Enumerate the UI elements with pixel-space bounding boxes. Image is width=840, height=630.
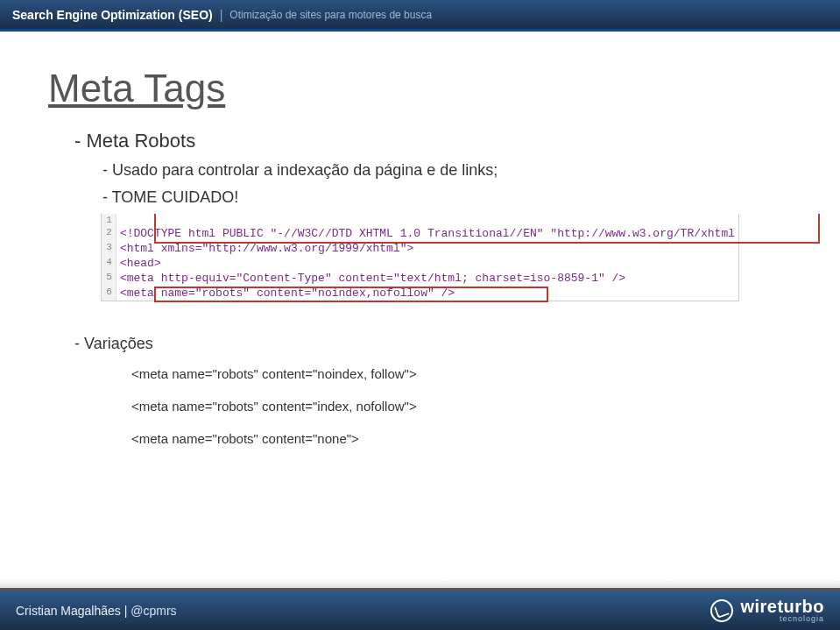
variation-line: <meta name="robots" content="index, nofo… [131,394,792,418]
footer-sep: | [121,604,131,618]
slide-title: Meta Tags [48,67,792,110]
line-number: 4 [102,256,116,271]
line-number: 1 [102,214,116,226]
code-line: <meta http-equiv="Content-Type" content=… [116,271,738,286]
code-snippet-wrap: 1 2<!DOCTYPE html PUBLIC "-//W3C//DTD XH… [101,214,739,301]
code-snippet: 1 2<!DOCTYPE html PUBLIC "-//W3C//DTD XH… [101,214,739,301]
footer-author: Cristian Magalhães | @cpmrs [16,604,177,618]
code-line: <!DOCTYPE html PUBLIC "-//W3C//DTD XHTML… [116,226,738,241]
code-line: <meta name="robots" content="noindex,nof… [116,286,738,301]
line-number: 5 [102,271,116,286]
variation-line: <meta name="robots" content="none"> [131,427,792,450]
footer-brand: wireturbo tecnologia [710,598,824,623]
code-line: <html xmlns="http://www.w3.org/1999/xhtm… [116,241,738,256]
brand-logo-icon [710,599,733,622]
header-title-sub: Otimização de sites para motores de busc… [229,9,432,21]
header-title-main: Search Engine Optimization (SEO) [12,8,213,22]
line-number: 2 [102,226,116,241]
line-number: 6 [102,286,116,301]
bullet-variacoes: - Variações [74,335,792,353]
brand-sub: tecnologia [740,615,824,623]
line-number: 3 [102,241,116,256]
author-handle: @cpmrs [131,604,176,618]
bullet-usado-para: - Usado para controlar a indexação da pá… [102,161,792,180]
brand-name: wireturbo [740,598,824,615]
variation-line: <meta name="robots" content="noindex, fo… [131,362,792,386]
footer-shadow [0,579,840,588]
author-name: Cristian Magalhães [16,604,121,618]
code-line: <head> [116,256,738,271]
code-line [116,214,738,226]
slide-body: Meta Tags - Meta Robots - Usado para con… [0,32,840,450]
header-separator: | [220,8,223,22]
bullet-meta-robots: - Meta Robots [74,130,792,152]
footer-bar: Cristian Magalhães | @cpmrs wireturbo te… [0,588,840,630]
header-bar: Search Engine Optimization (SEO) | Otimi… [0,0,840,32]
bullet-tome-cuidado: - TOME CUIDADO! [102,188,792,207]
